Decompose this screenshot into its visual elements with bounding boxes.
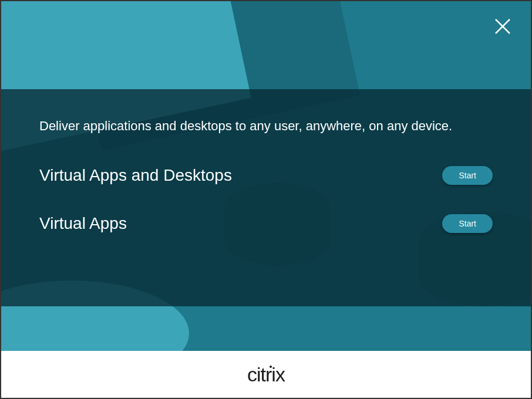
option-label: Virtual Apps: [39, 214, 127, 233]
footer: citrix: [1, 351, 531, 398]
logo-dot-icon: [270, 366, 272, 368]
content-panel: Deliver applications and desktops to any…: [1, 89, 531, 306]
close-button[interactable]: [492, 16, 513, 37]
option-row-virtual-apps: Virtual Apps Start: [39, 214, 493, 233]
logo-text: citrix: [247, 363, 285, 386]
start-button-virtual-apps-desktops[interactable]: Start: [442, 166, 493, 185]
headline-text: Deliver applications and desktops to any…: [39, 119, 493, 134]
citrix-logo: citrix: [247, 363, 285, 386]
installer-window: Deliver applications and desktops to any…: [1, 1, 531, 398]
option-row-virtual-apps-desktops: Virtual Apps and Desktops Start: [39, 166, 493, 185]
start-button-virtual-apps[interactable]: Start: [442, 214, 493, 233]
close-icon: [493, 17, 512, 36]
option-label: Virtual Apps and Desktops: [39, 166, 232, 185]
